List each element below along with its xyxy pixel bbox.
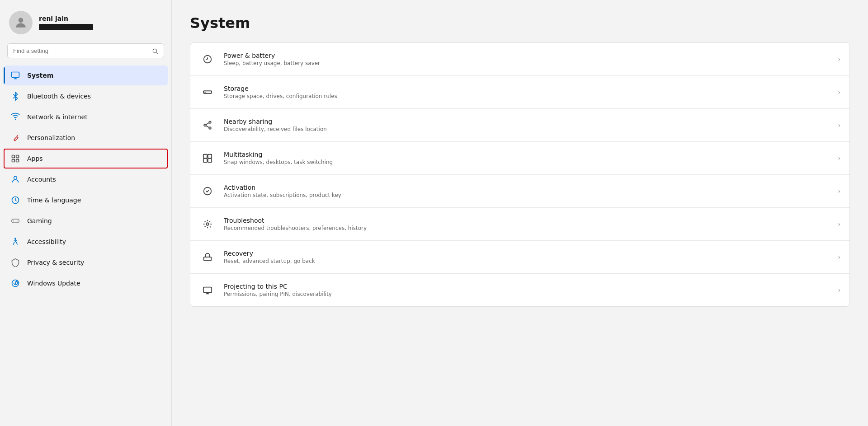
chevron-right-icon-power: › bbox=[838, 56, 840, 63]
svg-rect-14 bbox=[12, 219, 19, 223]
settings-item-power[interactable]: Power & battery Sleep, battery usage, ba… bbox=[190, 43, 849, 76]
accessibility-icon bbox=[10, 236, 21, 247]
search-input[interactable] bbox=[13, 47, 148, 54]
settings-item-desc-storage: Storage space, drives, configuration rul… bbox=[224, 93, 830, 99]
sidebar-item-label-network: Network & internet bbox=[27, 113, 88, 121]
sidebar-item-privacy[interactable]: Privacy & security bbox=[4, 253, 168, 272]
settings-item-title-nearby: Nearby sharing bbox=[224, 118, 830, 125]
sidebar-item-label-accounts: Accounts bbox=[27, 176, 56, 183]
storage-icon bbox=[199, 84, 216, 100]
svg-line-7 bbox=[17, 135, 18, 136]
page-title: System bbox=[190, 14, 850, 32]
svg-point-0 bbox=[19, 18, 24, 23]
chevron-right-icon-troubleshoot: › bbox=[838, 220, 840, 228]
svg-rect-35 bbox=[208, 154, 212, 158]
svg-line-21 bbox=[14, 242, 14, 245]
settings-item-title-storage: Storage bbox=[224, 85, 830, 92]
sidebar-item-time[interactable]: Time & language bbox=[4, 190, 168, 210]
power-battery-icon bbox=[199, 51, 216, 67]
settings-item-text-projecting: Projecting to this PC Permissions, pairi… bbox=[224, 283, 830, 297]
user-name: reni jain bbox=[39, 15, 93, 22]
projecting-icon bbox=[199, 282, 216, 298]
settings-item-title-projecting: Projecting to this PC bbox=[224, 283, 830, 290]
svg-rect-8 bbox=[12, 155, 15, 158]
sidebar-item-accounts[interactable]: Accounts bbox=[4, 169, 168, 189]
sidebar-item-apps[interactable]: Apps bbox=[4, 149, 168, 169]
settings-list: Power & battery Sleep, battery usage, ba… bbox=[190, 42, 850, 307]
svg-rect-3 bbox=[12, 72, 19, 78]
sidebar-item-update[interactable]: Windows Update bbox=[4, 273, 168, 293]
user-avatar-icon bbox=[14, 15, 28, 30]
svg-point-19 bbox=[15, 238, 16, 239]
settings-item-title-power: Power & battery bbox=[224, 52, 830, 59]
user-profile: reni jain bbox=[0, 0, 171, 43]
sidebar-item-accessibility[interactable]: Accessibility bbox=[4, 232, 168, 252]
settings-item-desc-power: Sleep, battery usage, battery saver bbox=[224, 60, 830, 66]
sidebar-item-bluetooth[interactable]: Bluetooth & devices bbox=[4, 86, 168, 106]
search-icon bbox=[152, 48, 158, 54]
personalization-icon bbox=[10, 132, 21, 143]
nearby-sharing-icon bbox=[199, 117, 216, 133]
settings-item-desc-recovery: Reset, advanced startup, go back bbox=[224, 258, 830, 264]
svg-point-39 bbox=[206, 223, 209, 225]
sidebar-item-network[interactable]: Network & internet bbox=[4, 107, 168, 127]
svg-rect-40 bbox=[204, 257, 212, 260]
chevron-right-icon-projecting: › bbox=[838, 286, 840, 294]
system-icon bbox=[10, 70, 21, 81]
bluetooth-icon bbox=[10, 91, 21, 102]
settings-item-text-storage: Storage Storage space, drives, configura… bbox=[224, 85, 830, 99]
settings-item-troubleshoot[interactable]: Troubleshoot Recommended troubleshooters… bbox=[190, 208, 849, 241]
settings-item-desc-troubleshoot: Recommended troubleshooters, preferences… bbox=[224, 225, 830, 231]
sidebar-item-label-bluetooth: Bluetooth & devices bbox=[27, 93, 91, 100]
settings-item-projecting[interactable]: Projecting to this PC Permissions, pairi… bbox=[190, 274, 849, 306]
avatar bbox=[9, 11, 33, 34]
settings-item-title-troubleshoot: Troubleshoot bbox=[224, 217, 830, 224]
svg-point-17 bbox=[17, 220, 18, 221]
recovery-icon bbox=[199, 249, 216, 265]
settings-item-nearby[interactable]: Nearby sharing Discoverability, received… bbox=[190, 109, 849, 142]
svg-line-22 bbox=[17, 242, 18, 245]
user-email-redacted bbox=[39, 24, 93, 30]
settings-item-text-activation: Activation Activation state, subscriptio… bbox=[224, 184, 830, 198]
sidebar-item-label-privacy: Privacy & security bbox=[27, 259, 84, 266]
svg-point-30 bbox=[204, 124, 206, 126]
search-box[interactable] bbox=[7, 43, 164, 58]
svg-line-33 bbox=[206, 126, 209, 127]
svg-point-29 bbox=[209, 121, 211, 123]
settings-item-multitasking[interactable]: Multitasking Snap windows, desktops, tas… bbox=[190, 142, 849, 175]
svg-point-1 bbox=[153, 49, 156, 52]
chevron-right-icon-storage: › bbox=[838, 89, 840, 96]
svg-rect-36 bbox=[203, 159, 207, 162]
chevron-right-icon-activation: › bbox=[838, 187, 840, 195]
sidebar-item-label-accessibility: Accessibility bbox=[27, 238, 66, 245]
sidebar-item-gaming[interactable]: Gaming bbox=[4, 211, 168, 231]
sidebar-item-system[interactable]: System bbox=[4, 66, 168, 85]
activation-icon bbox=[199, 183, 216, 199]
svg-line-2 bbox=[156, 52, 158, 53]
svg-rect-9 bbox=[16, 155, 19, 158]
multitasking-icon bbox=[199, 150, 216, 166]
sidebar-item-label-apps: Apps bbox=[27, 155, 43, 162]
settings-item-desc-nearby: Discoverability, received files location bbox=[224, 126, 830, 132]
settings-item-recovery[interactable]: Recovery Reset, advanced startup, go bac… bbox=[190, 241, 849, 274]
accounts-icon bbox=[10, 174, 21, 185]
svg-point-12 bbox=[14, 176, 17, 179]
sidebar-item-label-time: Time & language bbox=[27, 197, 81, 204]
settings-item-activation[interactable]: Activation Activation state, subscriptio… bbox=[190, 175, 849, 208]
chevron-right-icon-nearby: › bbox=[838, 122, 840, 129]
settings-item-storage[interactable]: Storage Storage space, drives, configura… bbox=[190, 76, 849, 109]
settings-item-desc-projecting: Permissions, pairing PIN, discoverabilit… bbox=[224, 291, 830, 297]
sidebar-item-personalization[interactable]: Personalization bbox=[4, 128, 168, 148]
settings-item-desc-multitasking: Snap windows, desktops, task switching bbox=[224, 159, 830, 165]
svg-point-18 bbox=[16, 221, 17, 221]
settings-item-text-power: Power & battery Sleep, battery usage, ba… bbox=[224, 52, 830, 66]
settings-item-text-recovery: Recovery Reset, advanced startup, go bac… bbox=[224, 250, 830, 264]
svg-line-32 bbox=[206, 123, 209, 125]
svg-rect-11 bbox=[16, 159, 19, 162]
settings-item-text-troubleshoot: Troubleshoot Recommended troubleshooters… bbox=[224, 217, 830, 231]
settings-item-title-multitasking: Multitasking bbox=[224, 151, 830, 158]
svg-rect-34 bbox=[203, 154, 207, 158]
settings-item-text-multitasking: Multitasking Snap windows, desktops, tas… bbox=[224, 151, 830, 165]
sidebar-item-label-system: System bbox=[27, 72, 53, 79]
svg-rect-10 bbox=[12, 159, 15, 162]
